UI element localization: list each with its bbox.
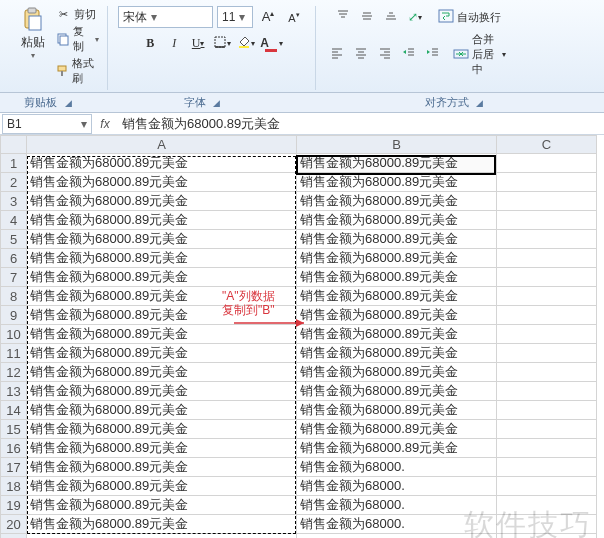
- cell[interactable]: 销售金额为68000.89元美金: [27, 496, 297, 515]
- spreadsheet-grid[interactable]: A B C 1销售金额为68000.89元美金销售金额为68000.89元美金2…: [0, 135, 597, 538]
- format-painter-button[interactable]: 格式刷: [55, 56, 99, 86]
- align-right-button[interactable]: [374, 44, 396, 66]
- cell[interactable]: [497, 439, 597, 458]
- cell[interactable]: [497, 534, 597, 539]
- fill-color-button[interactable]: ▾: [235, 32, 257, 54]
- cell[interactable]: [497, 325, 597, 344]
- cell[interactable]: [497, 515, 597, 534]
- row-header[interactable]: 4: [1, 211, 27, 230]
- cell[interactable]: 销售金额为68000.89元美金: [297, 420, 497, 439]
- row-header[interactable]: 5: [1, 230, 27, 249]
- align-top-button[interactable]: [332, 6, 354, 28]
- cell[interactable]: 销售金额为68000.89元美金: [27, 515, 297, 534]
- cell[interactable]: 销售金额为68000.89元美金: [27, 325, 297, 344]
- column-header-A[interactable]: A: [27, 136, 297, 154]
- cell[interactable]: [497, 401, 597, 420]
- cell[interactable]: 销售金额为68000.89元美金: [27, 363, 297, 382]
- cell[interactable]: 销售金额为68000.89元美金: [27, 249, 297, 268]
- cell[interactable]: 销售金额为68000.89元美金: [27, 382, 297, 401]
- cell[interactable]: [297, 534, 497, 539]
- cell[interactable]: 销售金额为68000.89元美金: [297, 154, 497, 173]
- cell[interactable]: 销售金额为68000.89元美金: [27, 420, 297, 439]
- cell[interactable]: 销售金额为68000.89元美金: [27, 287, 297, 306]
- align-middle-button[interactable]: [356, 6, 378, 28]
- cell[interactable]: 销售金额为68000.89元美金: [297, 401, 497, 420]
- cell[interactable]: [497, 363, 597, 382]
- row-header[interactable]: 11: [1, 344, 27, 363]
- cell[interactable]: [497, 458, 597, 477]
- cell[interactable]: 销售金额为68000.89元美金: [297, 268, 497, 287]
- dialog-launcher-icon[interactable]: ◢: [61, 98, 76, 108]
- formula-input[interactable]: 销售金额为68000.89元美金: [116, 115, 604, 133]
- align-center-button[interactable]: [350, 44, 372, 66]
- cell[interactable]: 销售金额为68000.89元美金: [27, 173, 297, 192]
- cell[interactable]: [497, 344, 597, 363]
- align-left-button[interactable]: [326, 44, 348, 66]
- cell[interactable]: 销售金额为68000.89元美金: [27, 268, 297, 287]
- row-header[interactable]: 16: [1, 439, 27, 458]
- increase-indent-button[interactable]: [422, 44, 444, 66]
- row-header[interactable]: 17: [1, 458, 27, 477]
- cell[interactable]: 销售金额为68000.89元美金: [297, 325, 497, 344]
- select-all-corner[interactable]: [1, 136, 27, 154]
- decrease-indent-button[interactable]: [398, 44, 420, 66]
- merge-center-button[interactable]: 合并后居中 ▾: [453, 32, 506, 77]
- dialog-launcher-icon[interactable]: ◢: [209, 98, 224, 108]
- cell[interactable]: 销售金额为68000.: [297, 458, 497, 477]
- bold-button[interactable]: B: [139, 32, 161, 54]
- row-header[interactable]: 14: [1, 401, 27, 420]
- cell[interactable]: 销售金额为68000.89元美金: [27, 401, 297, 420]
- cell[interactable]: [27, 534, 297, 539]
- row-header[interactable]: 21: [1, 534, 27, 539]
- row-header[interactable]: 19: [1, 496, 27, 515]
- cell[interactable]: 销售金额为68000.89元美金: [297, 344, 497, 363]
- column-header-B[interactable]: B: [297, 136, 497, 154]
- cell[interactable]: [497, 496, 597, 515]
- align-bottom-button[interactable]: [380, 6, 402, 28]
- cell[interactable]: [497, 249, 597, 268]
- row-header[interactable]: 3: [1, 192, 27, 211]
- row-header[interactable]: 8: [1, 287, 27, 306]
- font-color-button[interactable]: A▾: [259, 32, 284, 54]
- cell[interactable]: 销售金额为68000.89元美金: [297, 439, 497, 458]
- fx-icon[interactable]: fx: [94, 117, 116, 131]
- name-box[interactable]: B1 ▾: [2, 114, 92, 134]
- row-header[interactable]: 20: [1, 515, 27, 534]
- cell[interactable]: 销售金额为68000.89元美金: [297, 306, 497, 325]
- row-header[interactable]: 2: [1, 173, 27, 192]
- row-header[interactable]: 6: [1, 249, 27, 268]
- italic-button[interactable]: I: [163, 32, 185, 54]
- cell[interactable]: 销售金额为68000.89元美金: [27, 306, 297, 325]
- cell[interactable]: 销售金额为68000.89元美金: [27, 230, 297, 249]
- copy-button[interactable]: 复制 ▾: [55, 24, 99, 54]
- cell[interactable]: [497, 382, 597, 401]
- row-header[interactable]: 13: [1, 382, 27, 401]
- underline-button[interactable]: U▾: [187, 32, 209, 54]
- row-header[interactable]: 12: [1, 363, 27, 382]
- cell[interactable]: [497, 211, 597, 230]
- row-header[interactable]: 15: [1, 420, 27, 439]
- cell[interactable]: 销售金额为68000.89元美金: [27, 192, 297, 211]
- cell[interactable]: [497, 287, 597, 306]
- cell[interactable]: 销售金额为68000.89元美金: [27, 344, 297, 363]
- cell[interactable]: [497, 173, 597, 192]
- cell[interactable]: 销售金额为68000.89元美金: [297, 249, 497, 268]
- cell[interactable]: 销售金额为68000.89元美金: [297, 211, 497, 230]
- paste-button[interactable]: 粘贴 ▾: [16, 6, 49, 86]
- row-header[interactable]: 10: [1, 325, 27, 344]
- cell[interactable]: 销售金额为68000.89元美金: [297, 173, 497, 192]
- cell[interactable]: 销售金额为68000.89元美金: [297, 382, 497, 401]
- dialog-launcher-icon[interactable]: ◢: [472, 98, 487, 108]
- row-header[interactable]: 9: [1, 306, 27, 325]
- cell[interactable]: [497, 154, 597, 173]
- cell[interactable]: [497, 477, 597, 496]
- column-header-C[interactable]: C: [497, 136, 597, 154]
- cell[interactable]: [497, 230, 597, 249]
- wrap-text-button[interactable]: 自动换行: [438, 9, 501, 25]
- cell[interactable]: 销售金额为68000.: [297, 496, 497, 515]
- cell[interactable]: [497, 420, 597, 439]
- cell[interactable]: 销售金额为68000.: [297, 515, 497, 534]
- cell[interactable]: [497, 192, 597, 211]
- font-size-select[interactable]: 11 ▾: [217, 6, 253, 28]
- cell[interactable]: 销售金额为68000.89元美金: [297, 192, 497, 211]
